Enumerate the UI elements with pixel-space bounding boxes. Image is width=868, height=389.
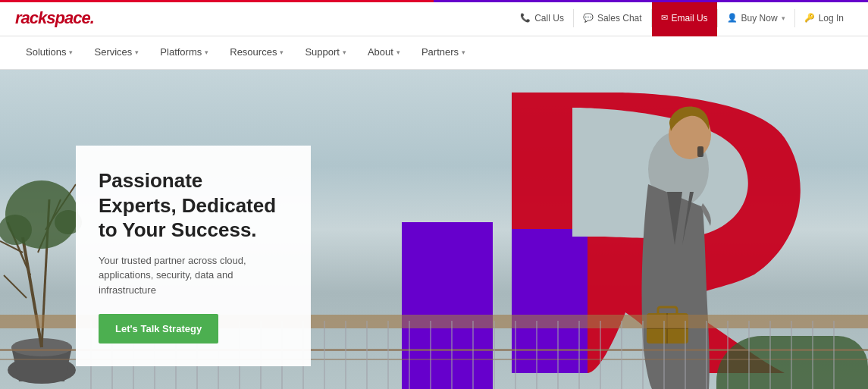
top-actions: 📞 Call Us 💬 Sales Chat ✉ Email Us 👤 Buy … — [511, 0, 853, 36]
hero-headline: Passionate Experts, Dedicated to Your Su… — [99, 168, 284, 243]
chevron-down-icon: ▾ — [69, 49, 73, 56]
hero-section: Passionate Experts, Dedicated to Your Su… — [0, 70, 868, 389]
call-us-button[interactable]: 📞 Call Us — [511, 0, 573, 36]
buy-now-button[interactable]: 👤 Buy Now ▾ — [718, 0, 794, 36]
phone-icon: 📞 — [520, 13, 531, 23]
nav-partners[interactable]: Partners ▾ — [411, 36, 476, 70]
svg-point-54 — [0, 215, 32, 245]
sales-chat-label: Sales Chat — [597, 13, 642, 24]
nav-bar: Solutions ▾ Services ▾ Platforms ▾ Resou… — [0, 36, 868, 70]
top-bar: rackspace. 📞 Call Us 💬 Sales Chat ✉ Emai… — [0, 0, 868, 36]
logo[interactable]: rackspace. — [15, 8, 94, 28]
email-us-label: Email Us — [672, 13, 708, 24]
chevron-down-icon: ▾ — [280, 49, 284, 56]
email-icon: ✉ — [661, 13, 668, 23]
nav-about[interactable]: About ▾ — [357, 36, 411, 70]
user-icon: 👤 — [727, 13, 738, 23]
call-us-label: Call Us — [534, 13, 564, 24]
sales-chat-button[interactable]: 💬 Sales Chat — [574, 0, 651, 36]
nav-platforms[interactable]: Platforms ▾ — [149, 36, 219, 70]
svg-line-50 — [4, 275, 27, 298]
nav-solutions[interactable]: Solutions ▾ — [15, 36, 83, 70]
nav-support[interactable]: Support ▾ — [294, 36, 357, 70]
nav-services[interactable]: Services ▾ — [83, 36, 149, 70]
log-in-label: Log In — [819, 13, 844, 24]
log-in-button[interactable]: 🔑 Log In — [795, 0, 853, 36]
email-us-button[interactable]: ✉ Email Us — [652, 0, 717, 36]
hero-content-box: Passionate Experts, Dedicated to Your Su… — [76, 146, 311, 366]
chevron-down-icon: ▾ — [396, 49, 400, 56]
buy-now-label: Buy Now — [741, 13, 778, 24]
chat-icon: 💬 — [583, 13, 594, 23]
cta-button[interactable]: Let's Talk Strategy — [99, 314, 218, 344]
chevron-down-icon: ▾ — [205, 49, 208, 56]
chevron-down-icon: ▾ — [782, 14, 785, 22]
svg-rect-39 — [697, 146, 703, 157]
chevron-down-icon: ▾ — [343, 49, 346, 56]
chevron-down-icon: ▾ — [462, 49, 465, 56]
hero-subtext: Your trusted partner across cloud, appli… — [99, 253, 284, 298]
login-icon: 🔑 — [804, 13, 815, 23]
nav-resources[interactable]: Resources ▾ — [219, 36, 294, 70]
chevron-down-icon: ▾ — [135, 49, 139, 56]
